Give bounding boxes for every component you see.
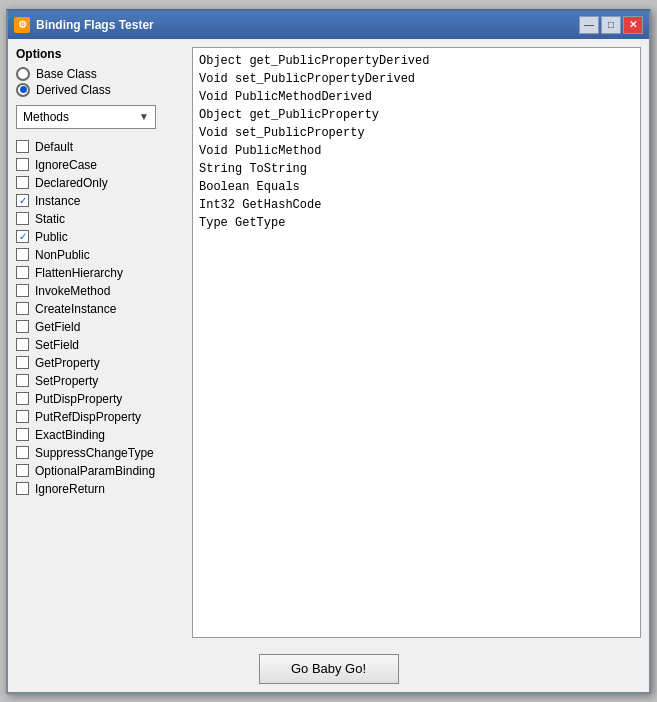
radio-base-class[interactable]: Base Class	[16, 67, 184, 81]
result-line: Int32 GetHashCode	[199, 196, 634, 214]
methods-dropdown-wrapper: Methods ▼	[16, 105, 184, 129]
checkbox-label-optionalparambinding: OptionalParamBinding	[35, 464, 155, 478]
checkbox-box-static[interactable]	[16, 212, 29, 225]
result-line: Void set_PublicPropertyDerived	[199, 70, 634, 88]
checkbox-item-putrefdispproperty[interactable]: PutRefDispProperty	[16, 409, 184, 425]
checkbox-item-getproperty[interactable]: GetProperty	[16, 355, 184, 371]
dropdown-arrow-icon: ▼	[139, 111, 149, 122]
result-line: Void PublicMethodDerived	[199, 88, 634, 106]
main-window: ⚙ Binding Flags Tester — □ ✕ Options Bas…	[6, 9, 651, 694]
radio-derived-class-input[interactable]	[16, 83, 30, 97]
checkbox-item-ignorecase[interactable]: IgnoreCase	[16, 157, 184, 173]
checkbox-label-flattenhierarchy: FlattenHierarchy	[35, 266, 123, 280]
checkbox-item-instance[interactable]: Instance	[16, 193, 184, 209]
checkbox-box-instance[interactable]	[16, 194, 29, 207]
checkbox-box-getfield[interactable]	[16, 320, 29, 333]
checkbox-box-exactbinding[interactable]	[16, 428, 29, 441]
checkbox-item-public[interactable]: Public	[16, 229, 184, 245]
checkbox-label-putdispproperty: PutDispProperty	[35, 392, 122, 406]
checkbox-item-suppresschangetype[interactable]: SuppressChangeType	[16, 445, 184, 461]
radio-base-class-input[interactable]	[16, 67, 30, 81]
checkbox-item-default[interactable]: Default	[16, 139, 184, 155]
checkbox-label-putrefdispproperty: PutRefDispProperty	[35, 410, 141, 424]
checkbox-label-suppresschangetype: SuppressChangeType	[35, 446, 154, 460]
checkbox-box-suppresschangetype[interactable]	[16, 446, 29, 459]
checkbox-label-static: Static	[35, 212, 65, 226]
checkbox-label-setfield: SetField	[35, 338, 79, 352]
checkbox-item-flattenhierarchy[interactable]: FlattenHierarchy	[16, 265, 184, 281]
result-line: Object get_PublicProperty	[199, 106, 634, 124]
result-line: Object get_PublicPropertyDerived	[199, 52, 634, 70]
radio-derived-class[interactable]: Derived Class	[16, 83, 184, 97]
go-button[interactable]: Go Baby Go!	[259, 654, 399, 684]
titlebar-left: ⚙ Binding Flags Tester	[14, 17, 154, 33]
checkbox-label-instance: Instance	[35, 194, 80, 208]
checkbox-item-setfield[interactable]: SetField	[16, 337, 184, 353]
close-button[interactable]: ✕	[623, 16, 643, 34]
checkbox-label-invokemethod: InvokeMethod	[35, 284, 110, 298]
checkbox-box-setproperty[interactable]	[16, 374, 29, 387]
footer: Go Baby Go!	[8, 646, 649, 692]
content-area: Options Base Class Derived Class Methods…	[8, 39, 649, 646]
checkbox-box-invokemethod[interactable]	[16, 284, 29, 297]
checkbox-item-createinstance[interactable]: CreateInstance	[16, 301, 184, 317]
checkbox-item-static[interactable]: Static	[16, 211, 184, 227]
checkbox-label-default: Default	[35, 140, 73, 154]
results-panel: Object get_PublicPropertyDerivedVoid set…	[192, 47, 641, 638]
app-icon: ⚙	[14, 17, 30, 33]
minimize-button[interactable]: —	[579, 16, 599, 34]
checkbox-box-ignorereturn[interactable]	[16, 482, 29, 495]
checkbox-label-declaredonly: DeclaredOnly	[35, 176, 108, 190]
checkbox-item-optionalparambinding[interactable]: OptionalParamBinding	[16, 463, 184, 479]
checkbox-item-declaredonly[interactable]: DeclaredOnly	[16, 175, 184, 191]
checkbox-box-declaredonly[interactable]	[16, 176, 29, 189]
maximize-button[interactable]: □	[601, 16, 621, 34]
checkbox-box-default[interactable]	[16, 140, 29, 153]
result-line: Type GetType	[199, 214, 634, 232]
checkbox-label-createinstance: CreateInstance	[35, 302, 116, 316]
titlebar: ⚙ Binding Flags Tester — □ ✕	[8, 11, 649, 39]
checkbox-item-nonpublic[interactable]: NonPublic	[16, 247, 184, 263]
result-line: Void set_PublicProperty	[199, 124, 634, 142]
checkbox-label-getproperty: GetProperty	[35, 356, 100, 370]
checkbox-label-getfield: GetField	[35, 320, 80, 334]
checkbox-label-ignorereturn: IgnoreReturn	[35, 482, 105, 496]
checkbox-box-public[interactable]	[16, 230, 29, 243]
checkbox-label-ignorecase: IgnoreCase	[35, 158, 97, 172]
methods-dropdown[interactable]: Methods ▼	[16, 105, 156, 129]
result-line: String ToString	[199, 160, 634, 178]
result-line: Boolean Equals	[199, 178, 634, 196]
result-line: Void PublicMethod	[199, 142, 634, 160]
checkbox-item-putdispproperty[interactable]: PutDispProperty	[16, 391, 184, 407]
checkbox-item-setproperty[interactable]: SetProperty	[16, 373, 184, 389]
window-title: Binding Flags Tester	[36, 18, 154, 32]
checkbox-box-putrefdispproperty[interactable]	[16, 410, 29, 423]
checkbox-item-exactbinding[interactable]: ExactBinding	[16, 427, 184, 443]
window-controls: — □ ✕	[579, 16, 643, 34]
left-panel: Options Base Class Derived Class Methods…	[16, 47, 184, 638]
checkbox-list: DefaultIgnoreCaseDeclaredOnlyInstanceSta…	[16, 139, 184, 638]
checkbox-box-ignorecase[interactable]	[16, 158, 29, 171]
checkbox-label-exactbinding: ExactBinding	[35, 428, 105, 442]
checkbox-label-setproperty: SetProperty	[35, 374, 98, 388]
options-label: Options	[16, 47, 184, 61]
checkbox-label-public: Public	[35, 230, 68, 244]
checkbox-box-getproperty[interactable]	[16, 356, 29, 369]
checkbox-box-flattenhierarchy[interactable]	[16, 266, 29, 279]
checkbox-box-setfield[interactable]	[16, 338, 29, 351]
checkbox-box-nonpublic[interactable]	[16, 248, 29, 261]
checkbox-item-ignorereturn[interactable]: IgnoreReturn	[16, 481, 184, 497]
radio-derived-class-label: Derived Class	[36, 83, 111, 97]
checkbox-item-getfield[interactable]: GetField	[16, 319, 184, 335]
dropdown-selected-value: Methods	[23, 110, 69, 124]
checkbox-box-createinstance[interactable]	[16, 302, 29, 315]
radio-group: Base Class Derived Class	[16, 67, 184, 97]
checkbox-box-putdispproperty[interactable]	[16, 392, 29, 405]
checkbox-label-nonpublic: NonPublic	[35, 248, 90, 262]
checkbox-box-optionalparambinding[interactable]	[16, 464, 29, 477]
checkbox-item-invokemethod[interactable]: InvokeMethod	[16, 283, 184, 299]
radio-base-class-label: Base Class	[36, 67, 97, 81]
